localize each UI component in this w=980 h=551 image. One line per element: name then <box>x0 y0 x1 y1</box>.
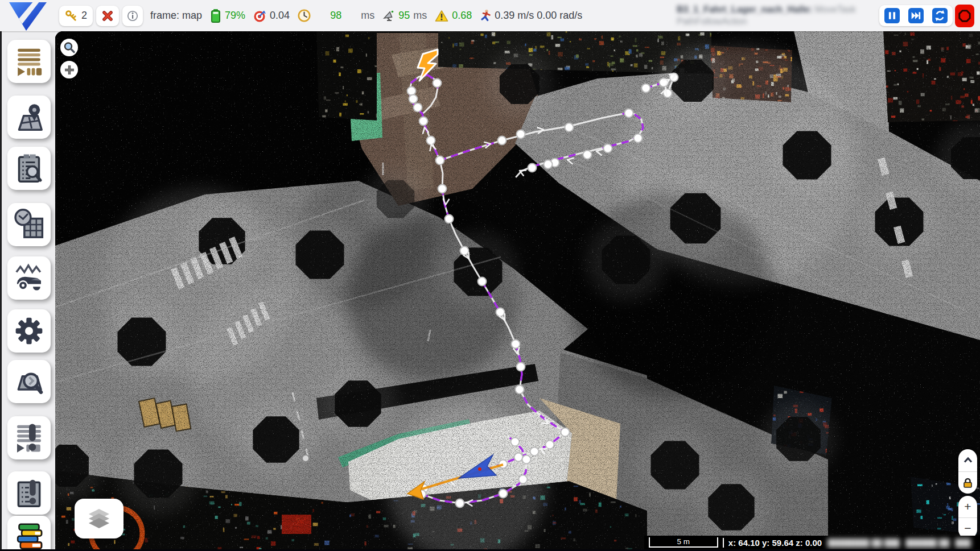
emergency-stop-button[interactable] <box>955 5 974 27</box>
task-title: B3_1_Fahrt_Lager_nach_Halle: MoveTask <box>677 4 870 16</box>
velocity-value: 0.39 m/s 0.00 rad/s <box>495 10 582 22</box>
task-queue-icon <box>13 45 45 77</box>
warning-triangle-icon <box>435 10 448 22</box>
battery-indicator: 79% <box>210 9 245 23</box>
map-add-button[interactable] <box>60 61 78 78</box>
network-latency-unit: ms <box>413 10 427 22</box>
map-pin-icon <box>13 101 45 133</box>
inspection-report-icon <box>13 152 45 184</box>
sidebar-item-manuals[interactable] <box>7 516 51 551</box>
skip-step-button[interactable] <box>908 8 924 23</box>
map-status-bar: 5 m x: 64.10 y: 59.64 z: 0.00 ████████ █… <box>644 536 980 549</box>
task-alert-icon <box>13 422 45 454</box>
sidebar-item-task-alerts[interactable] <box>7 416 51 459</box>
battery-percent: 79% <box>225 10 245 22</box>
top-toolbar: 2 frame: map 79% <box>0 0 980 31</box>
robot-fleet-app: 2 frame: map 79% <box>0 0 980 551</box>
plus-icon <box>64 64 75 76</box>
sidebar-item-inspection-report[interactable] <box>7 147 51 190</box>
info-chip[interactable] <box>122 6 143 26</box>
cycle-time-value: 98 <box>330 10 341 22</box>
task-controls <box>879 5 974 27</box>
magnifier-icon <box>63 42 76 54</box>
info-icon <box>127 10 138 22</box>
cycle-time-indicator: 98 ms <box>298 9 374 22</box>
vehicle-diagnostics-icon <box>13 262 45 294</box>
task-name: B3_1_Fahrt_Lager_nach_Halle: <box>677 5 812 14</box>
schedule-icon <box>13 209 45 241</box>
sidebar-item-error-report[interactable] <box>7 471 51 515</box>
runner-icon <box>480 9 491 23</box>
lock-icon <box>962 478 973 488</box>
error-report-icon <box>13 477 45 509</box>
sidebar-item-map-locations[interactable] <box>7 96 51 139</box>
network-latency-indicator: 95 ms <box>382 10 427 22</box>
map-search-button[interactable] <box>60 39 78 56</box>
layers-button[interactable] <box>75 499 123 538</box>
sync-icon <box>932 8 948 23</box>
skip-icon <box>908 8 924 23</box>
satellite-dish-icon <box>382 10 395 22</box>
layers-icon <box>84 507 114 531</box>
sidebar-item-settings[interactable] <box>7 309 51 353</box>
stop-octagon-icon <box>957 9 972 23</box>
session-key-count: 2 <box>81 10 87 22</box>
map-viewport[interactable]: + − 5 m x: 64.10 y: 59.64 z: 0.00 ██████… <box>55 31 980 551</box>
zoom-in-button[interactable]: + <box>958 496 977 517</box>
map-nav-pill <box>958 449 977 494</box>
redacted-status-2: ██████ ██ <box>905 538 949 547</box>
app-logo-icon <box>7 1 49 31</box>
map-zoom-pill: + − <box>958 496 977 539</box>
battery-icon <box>210 9 221 23</box>
sidebar-item-map-search[interactable] <box>7 360 51 403</box>
pointcloud-map[interactable] <box>55 31 980 551</box>
disconnect-chip[interactable] <box>96 6 119 26</box>
frame-indicator: frame: map <box>150 10 202 22</box>
cursor-coordinates: x: 64.10 y: 59.64 z: 0.00 <box>723 538 827 548</box>
redacted-status-3: ███ <box>955 538 971 547</box>
warning-indicator: 0.68 <box>435 10 472 22</box>
scale-label: 5 m <box>644 537 723 546</box>
scale-bar: 5 m <box>644 536 723 549</box>
redacted-status-1: ████████ ██ ███ <box>827 538 900 547</box>
scroll-up-button[interactable] <box>958 449 977 471</box>
sidebar-item-schedule[interactable] <box>7 203 51 246</box>
red-x-icon <box>102 10 113 22</box>
precision-indicator: 0.04 <box>253 9 290 23</box>
sync-button[interactable] <box>932 8 948 23</box>
sidebar-item-task-queue[interactable] <box>7 40 51 83</box>
manuals-books-icon <box>13 521 45 551</box>
clock-icon <box>298 9 311 22</box>
precision-value: 0.04 <box>270 10 290 22</box>
sidebar-item-vehicle-diagnostics[interactable] <box>7 256 51 300</box>
left-sidebar <box>0 31 55 551</box>
pause-button[interactable] <box>884 8 900 23</box>
network-latency-value: 95 <box>398 10 410 22</box>
pause-icon <box>884 8 900 23</box>
warning-value: 0.68 <box>452 10 472 22</box>
key-icon <box>65 10 77 22</box>
session-key-chip[interactable]: 2 <box>59 6 93 26</box>
chevron-up-icon <box>963 457 973 463</box>
task-type: MoveTask <box>815 5 856 14</box>
lock-view-button[interactable] <box>958 471 977 494</box>
velocity-indicator: 0.39 m/s 0.00 rad/s <box>480 9 582 23</box>
settings-gear-icon <box>13 315 45 347</box>
target-icon <box>253 9 266 23</box>
active-task-banner: B3_1_Fahrt_Lager_nach_Halle: MoveTask Pa… <box>677 4 870 28</box>
map-search-icon <box>13 366 45 397</box>
cycle-time-unit: ms <box>361 10 374 22</box>
task-action: PathFollowAction <box>677 16 870 28</box>
